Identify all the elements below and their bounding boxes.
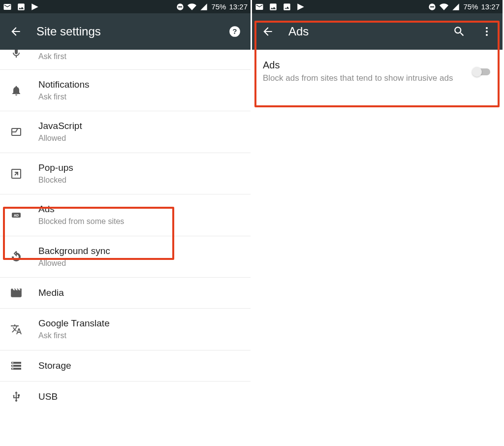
mail-icon bbox=[255, 2, 264, 11]
play-icon bbox=[296, 2, 305, 11]
setting-translate[interactable]: Google Translate Ask first bbox=[0, 309, 251, 350]
svg-text:AD: AD bbox=[14, 214, 19, 217]
help-button[interactable]: ? bbox=[228, 25, 242, 38]
battery-text: 75% bbox=[463, 2, 478, 11]
svg-point-13 bbox=[486, 34, 488, 36]
item-title: Storage bbox=[38, 360, 241, 372]
setting-usb[interactable]: USB bbox=[0, 382, 251, 412]
svg-point-12 bbox=[486, 31, 488, 32]
ads-toggle-title: Ads bbox=[263, 60, 463, 71]
play-icon bbox=[31, 2, 39, 11]
status-bar: 75% 13:27 bbox=[252, 0, 503, 13]
picture-icon bbox=[17, 2, 26, 11]
item-subtitle: Ask first bbox=[38, 92, 241, 102]
ads-toggle-row[interactable]: Ads Block ads from sites that tend to sh… bbox=[252, 50, 503, 94]
dnd-icon bbox=[176, 2, 185, 11]
site-settings-screen: 75% 13:27 Site settings ? Microphone Ask… bbox=[0, 0, 252, 446]
setting-microphone[interactable]: Microphone Ask first bbox=[0, 50, 251, 70]
media-icon bbox=[10, 287, 23, 299]
svg-text:?: ? bbox=[232, 27, 237, 35]
popup-icon bbox=[10, 167, 23, 180]
setting-popups[interactable]: Pop-ups Blocked bbox=[0, 153, 251, 194]
item-subtitle: Allowed bbox=[38, 133, 241, 144]
ads-content: Ads Block ads from sites that tend to sh… bbox=[252, 50, 503, 446]
signal-icon bbox=[199, 2, 208, 11]
setting-background-sync[interactable]: Background sync Allowed bbox=[0, 236, 251, 278]
back-button[interactable] bbox=[9, 25, 23, 38]
page-title: Site settings bbox=[36, 25, 214, 38]
item-title: USB bbox=[38, 391, 241, 403]
item-title: JavaScript bbox=[38, 120, 241, 132]
svg-rect-1 bbox=[178, 6, 182, 7]
usb-icon bbox=[10, 390, 23, 403]
item-title: Notifications bbox=[38, 79, 241, 91]
svg-rect-8 bbox=[284, 3, 290, 10]
setting-media[interactable]: Media bbox=[0, 278, 251, 309]
item-subtitle: Ask first bbox=[38, 331, 241, 341]
javascript-icon bbox=[10, 126, 23, 138]
signal-icon bbox=[451, 2, 460, 11]
item-title: Ads bbox=[38, 203, 241, 216]
search-button[interactable] bbox=[452, 25, 466, 38]
setting-storage[interactable]: Storage bbox=[0, 350, 251, 382]
svg-rect-10 bbox=[430, 6, 434, 7]
item-title: Background sync bbox=[38, 245, 241, 257]
ads-toggle-description: Block ads from sites that tend to show i… bbox=[263, 73, 463, 84]
time-text: 13:27 bbox=[481, 2, 500, 11]
gallery-icon bbox=[283, 2, 291, 11]
overflow-menu-button[interactable] bbox=[480, 25, 494, 38]
microphone-icon bbox=[10, 50, 23, 60]
item-subtitle: Blocked from some sites bbox=[38, 217, 241, 227]
app-bar: Site settings ? bbox=[0, 13, 251, 50]
dnd-icon bbox=[428, 2, 437, 11]
item-title: Media bbox=[38, 287, 241, 299]
mail-icon bbox=[3, 2, 12, 11]
setting-ads[interactable]: AD Ads Blocked from some sites bbox=[0, 194, 251, 236]
svg-point-11 bbox=[486, 27, 488, 29]
settings-list: Microphone Ask first Notifications Ask f… bbox=[0, 50, 251, 446]
time-text: 13:27 bbox=[229, 2, 248, 11]
status-bar: 75% 13:27 bbox=[0, 0, 251, 13]
ads-settings-screen: 75% 13:27 Ads Ads Block ads from sites t… bbox=[252, 0, 504, 446]
item-subtitle: Blocked bbox=[38, 175, 241, 186]
item-title: Pop-ups bbox=[38, 162, 241, 174]
ads-icon: AD bbox=[10, 209, 23, 222]
storage-icon bbox=[10, 359, 23, 372]
battery-text: 75% bbox=[211, 2, 226, 11]
translate-icon bbox=[10, 323, 23, 336]
sync-icon bbox=[10, 251, 23, 263]
back-button[interactable] bbox=[261, 25, 275, 38]
picture-icon bbox=[269, 2, 278, 11]
page-title: Ads bbox=[288, 25, 439, 38]
item-title: Google Translate bbox=[38, 318, 241, 330]
wifi-icon bbox=[440, 2, 448, 11]
item-subtitle: Ask first bbox=[38, 52, 241, 62]
setting-notifications[interactable]: Notifications Ask first bbox=[0, 70, 251, 111]
setting-javascript[interactable]: JavaScript Allowed bbox=[0, 111, 251, 153]
ads-toggle-switch[interactable] bbox=[472, 66, 492, 77]
item-subtitle: Allowed bbox=[38, 258, 241, 269]
app-bar: Ads bbox=[252, 13, 503, 50]
wifi-icon bbox=[188, 2, 196, 11]
bell-icon bbox=[10, 84, 23, 97]
